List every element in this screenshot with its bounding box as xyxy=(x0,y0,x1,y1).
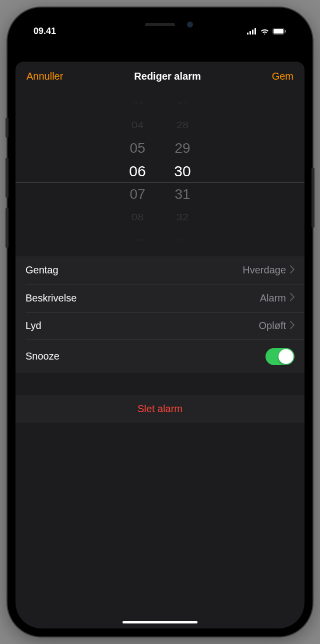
picker-minute-option[interactable]: 31 xyxy=(160,183,205,206)
wifi-icon xyxy=(260,28,270,35)
chevron-right-icon xyxy=(290,293,294,303)
picker-hour-option[interactable]: 09 xyxy=(115,235,160,242)
phone-frame: 09.41 Annuller Rediger alarm Gem xyxy=(8,8,312,636)
screen: 09.41 Annuller Rediger alarm Gem xyxy=(16,16,304,628)
delete-alarm-button[interactable]: Slet alarm xyxy=(16,395,304,423)
svg-rect-5 xyxy=(274,29,284,34)
description-value-wrap: Alarm xyxy=(260,292,294,304)
repeat-value: Hverdage xyxy=(242,264,286,276)
description-label: Beskrivelse xyxy=(26,292,76,304)
save-button[interactable]: Gem xyxy=(272,71,294,82)
power-button xyxy=(312,168,314,228)
picker-hour-option[interactable]: 05 xyxy=(115,137,160,160)
picker-hour-option[interactable]: 03 xyxy=(115,101,160,108)
svg-rect-6 xyxy=(285,30,286,33)
snooze-toggle[interactable] xyxy=(266,348,294,365)
picker-minute-option[interactable]: 32 xyxy=(160,208,205,227)
status-icons xyxy=(247,28,286,35)
home-indicator[interactable] xyxy=(122,621,198,623)
snooze-row: Snooze xyxy=(16,340,304,373)
picker-hour-option[interactable]: 04 xyxy=(115,116,160,135)
edit-alarm-modal: Annuller Rediger alarm Gem 03 04 05 06 0… xyxy=(16,62,304,628)
repeat-row[interactable]: Gentag Hverdage xyxy=(16,256,304,284)
sound-value: Opløft xyxy=(259,320,286,332)
svg-rect-0 xyxy=(247,33,248,35)
chevron-right-icon xyxy=(290,265,294,275)
picker-hour-option[interactable]: 07 xyxy=(115,183,160,206)
signal-icon xyxy=(247,28,257,35)
description-row[interactable]: Beskrivelse Alarm xyxy=(16,284,304,312)
settings-group: Gentag Hverdage Beskrivelse Alarm xyxy=(16,256,304,373)
notch xyxy=(100,16,220,34)
snooze-label: Snooze xyxy=(26,351,60,362)
repeat-value-wrap: Hverdage xyxy=(242,264,294,276)
repeat-label: Gentag xyxy=(26,264,58,276)
chevron-right-icon xyxy=(290,321,294,331)
svg-rect-2 xyxy=(252,30,254,35)
minute-picker[interactable]: 27 28 29 30 31 32 33 xyxy=(160,101,205,241)
battery-icon xyxy=(272,28,286,35)
picker-minute-option[interactable]: 27 xyxy=(160,101,205,108)
speaker-icon xyxy=(145,23,175,26)
svg-rect-3 xyxy=(254,28,256,35)
description-value: Alarm xyxy=(260,292,286,304)
camera-icon xyxy=(187,22,193,28)
picker-hour-option[interactable]: 08 xyxy=(115,208,160,227)
picker-minute-selected[interactable]: 30 xyxy=(160,160,205,183)
picker-minute-option[interactable]: 33 xyxy=(160,235,205,242)
volume-down-button xyxy=(6,208,8,248)
app-content: Annuller Rediger alarm Gem 03 04 05 06 0… xyxy=(16,62,304,628)
nav-bar: Annuller Rediger alarm Gem xyxy=(16,62,304,91)
picker-minute-option[interactable]: 29 xyxy=(160,137,205,160)
sound-label: Lyd xyxy=(26,320,42,332)
cancel-button[interactable]: Annuller xyxy=(26,71,63,82)
sound-value-wrap: Opløft xyxy=(259,320,294,332)
status-time: 09.41 xyxy=(34,26,56,37)
time-picker[interactable]: 03 04 05 06 07 08 09 27 28 xyxy=(16,101,304,241)
hour-picker[interactable]: 03 04 05 06 07 08 09 xyxy=(115,101,160,241)
volume-up-button xyxy=(6,158,8,198)
page-title: Rediger alarm xyxy=(134,71,200,82)
svg-rect-1 xyxy=(250,31,251,35)
toggle-knob xyxy=(278,349,294,364)
picker-hour-selected[interactable]: 06 xyxy=(115,160,160,183)
picker-minute-option[interactable]: 28 xyxy=(160,116,205,135)
silent-switch xyxy=(6,118,8,138)
sound-row[interactable]: Lyd Opløft xyxy=(16,312,304,340)
